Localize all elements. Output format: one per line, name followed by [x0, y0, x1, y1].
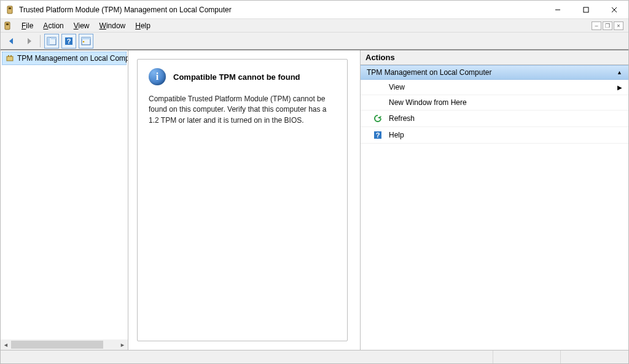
svg-rect-7: [6, 23, 9, 25]
mdi-restore-button[interactable]: ❐: [603, 21, 612, 30]
svg-text:?: ?: [376, 131, 380, 139]
menu-window[interactable]: Window: [95, 20, 131, 31]
svg-rect-17: [8, 55, 9, 56]
menu-help[interactable]: Help: [130, 20, 155, 31]
refresh-icon: [373, 114, 383, 123]
help-toolbar-button[interactable]: ?: [61, 34, 76, 48]
scroll-track[interactable]: [11, 339, 117, 350]
svg-rect-14: [82, 37, 90, 39]
properties-toolbar-button[interactable]: [79, 34, 93, 48]
actions-group-title: TPM Management on Local Computer: [367, 68, 491, 77]
submenu-arrow-icon: ▶: [617, 84, 622, 91]
tree-pane: TPM Management on Local Comp ◄ ►: [1, 50, 128, 350]
menu-view[interactable]: View: [69, 20, 95, 31]
menubar: File Action View Window Help – ❐ ×: [1, 19, 628, 33]
info-icon: i: [149, 68, 166, 85]
toolbar: ?: [1, 33, 628, 50]
scroll-right-button[interactable]: ►: [117, 339, 128, 350]
mdi-minimize-button[interactable]: –: [592, 21, 601, 30]
window-controls: [544, 1, 628, 19]
svg-rect-9: [47, 37, 50, 45]
details-card: i Compatible TPM cannot be found Compati…: [137, 59, 348, 341]
tree-item-label: TPM Management on Local Comp: [17, 54, 128, 63]
actions-pane: Actions TPM Management on Local Computer…: [361, 50, 628, 350]
svg-rect-10: [51, 37, 56, 39]
maximize-button[interactable]: [572, 1, 600, 19]
action-refresh[interactable]: Refresh: [361, 110, 628, 127]
action-label: Refresh: [389, 114, 415, 123]
actions-group-header[interactable]: TPM Management on Local Computer ▲: [361, 65, 628, 80]
status-cell: [1, 350, 493, 363]
back-button[interactable]: [4, 34, 19, 48]
svg-rect-6: [5, 22, 10, 29]
toolbar-separator: [40, 35, 41, 47]
statusbar: [1, 350, 628, 363]
status-cell: [561, 350, 628, 363]
scroll-thumb[interactable]: [11, 341, 103, 349]
scroll-left-button[interactable]: ◄: [1, 339, 11, 350]
action-help[interactable]: ? Help: [361, 127, 628, 144]
svg-text:?: ?: [67, 37, 71, 45]
mdi-close-button[interactable]: ×: [614, 21, 623, 30]
help-icon: ?: [373, 130, 383, 140]
details-body: Compatible Trusted Platform Module (TPM)…: [149, 94, 336, 126]
svg-point-15: [83, 41, 85, 42]
svg-rect-1: [9, 7, 11, 9]
close-button[interactable]: [600, 1, 628, 19]
tree-horizontal-scrollbar[interactable]: ◄ ►: [1, 339, 128, 350]
app-icon: [6, 5, 15, 15]
action-view[interactable]: View ▶: [361, 80, 628, 95]
menu-file[interactable]: File: [17, 20, 38, 31]
titlebar: Trusted Platform Module (TPM) Management…: [1, 1, 628, 19]
details-heading: Compatible TPM cannot be found: [173, 72, 300, 82]
mmc-icon: [3, 21, 13, 31]
content-area: TPM Management on Local Comp ◄ ► i Compa…: [1, 50, 628, 350]
show-hide-tree-button[interactable]: [44, 34, 59, 48]
svg-rect-16: [7, 56, 13, 61]
collapse-arrow-icon: ▲: [617, 69, 622, 76]
tpm-chip-icon: [5, 53, 15, 63]
forward-button[interactable]: [21, 34, 36, 48]
window-title: Trusted Platform Module (TPM) Management…: [19, 6, 544, 14]
tree-item-tpm-management[interactable]: TPM Management on Local Comp: [2, 52, 127, 65]
svg-rect-0: [7, 6, 12, 14]
menu-action[interactable]: Action: [38, 20, 68, 31]
action-label: View: [389, 83, 405, 91]
svg-rect-3: [584, 7, 588, 12]
actions-pane-title: Actions: [361, 50, 628, 65]
details-pane: i Compatible TPM cannot be found Compati…: [128, 50, 361, 350]
status-cell: [493, 350, 561, 363]
svg-rect-18: [10, 55, 12, 56]
action-label: Help: [389, 131, 404, 139]
action-label: New Window from Here: [389, 98, 467, 107]
action-new-window[interactable]: New Window from Here: [361, 95, 628, 110]
minimize-button[interactable]: [544, 1, 572, 19]
